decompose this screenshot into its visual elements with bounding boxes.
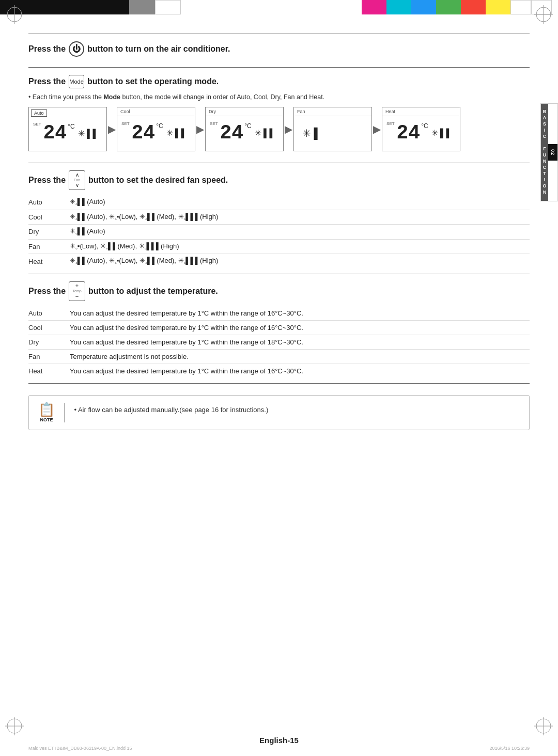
temp-mode-dry: Dry [28,335,70,349]
page-number: English-15 [259,736,299,745]
fan-speed-table: Auto ✳◦▌▌(Auto) Cool ✳◦▌▌(Auto), ✳◦▪(Low… [28,195,530,269]
side-tab-text: BASIC FUNCTION [542,109,547,196]
section-power: Press the ⏻ button to turn on the air co… [28,34,530,67]
temp-button-icon: + Temp − [69,281,85,301]
temp-desc-auto: You can adjust the desired temperature b… [70,306,530,321]
temp-mode-fan: Fan [28,349,70,364]
temp-heat: 24 [397,123,421,143]
reg-mark-bl [5,717,24,735]
fan-icon-auto: ✳ ▌▌ [78,129,99,138]
temp-row-cool: Cool You can adjust the desired temperat… [28,320,530,335]
temp-desc-fan: Temperature adjustment is not possible. [70,349,530,364]
press-the-temp-pre: Press the [28,287,66,296]
mode-label-heat: Heat [382,107,460,116]
fan-row-cool: Cool ✳◦▌▌(Auto), ✳◦▪(Low), ✳◦▌▌(Med), ✳◦… [28,210,530,225]
fan-row-heat: Heat ✳◦▌▌(Auto), ✳◦▪(Low), ✳◦▌▌(Med), ✳◦… [28,254,530,269]
temp-section-text: button to adjust the temperature. [88,287,218,296]
note-text: • Air flow can be adjusted manually.(see… [74,405,269,416]
mode-section-title: Press the Mode button to set the operati… [28,75,530,88]
fan-speed-heat: ✳◦▌▌(Auto), ✳◦▪(Low), ✳◦▌▌(Med), ✳◦▌▌▌(H… [70,254,530,269]
mode-box-dry: Dry SET 24 °C ✳ ▌▌ [205,107,284,151]
temp-desc-cool: You can adjust the desired temperature b… [70,320,530,335]
power-section-title: Press the ⏻ button to turn on the air co… [28,41,530,57]
temp-cool: 24 [132,123,156,143]
fan-mode-fan: Fan [28,239,70,254]
mode-label-fan: Fan [294,107,371,116]
fan-mode-cool: Cool [28,210,70,225]
unit-cool: °C [156,122,163,130]
fan-button-icon: ∧ Fan ∨ [69,170,85,190]
note-icon: 📋 [38,403,55,416]
mode-label-auto: Auto [31,109,47,117]
power-section-text: button to turn on the air conditioner. [87,44,230,54]
mode-display-body-dry: SET 24 °C ✳ ▌▌ [206,116,283,151]
press-the-label: Press the [28,44,66,54]
temp-mode-auto: Auto [28,306,70,321]
fan-row-dry: Dry ✳◦▌▌(Auto) [28,225,530,240]
mode-display-body-cool: SET 24 °C ✳ ▌▌ [117,116,195,151]
set-label-cool: SET [121,121,130,126]
section-fan: Press the ∧ Fan ∨ button to set the desi… [28,163,530,274]
temp-desc-dry: You can adjust the desired temperature b… [70,335,530,349]
temp-mode-cool: Cool [28,320,70,335]
fan-icon-dry: ✳ ▌▌ [255,128,275,138]
fan-mode-dry: Dry [28,225,70,240]
fan-section-title: Press the ∧ Fan ∨ button to set the desi… [28,170,530,190]
fan-icon-cool: ✳ ▌▌ [166,128,187,138]
fan-icon-fan: ✳ ▌ [302,127,321,139]
power-button-icon: ⏻ [69,41,84,57]
unit-auto: °C [68,123,74,130]
side-tab-number: 02 [548,144,557,161]
reg-mark-tl [5,5,24,24]
mode-box-auto: Auto SET 24 °C ✳ ▌▌ [28,107,107,151]
fan-speed-fan: ✳◦▪(Low), ✳◦▌▌(Med), ✳◦▌▌▌(High) [70,239,530,254]
mode-subtitle: • Each time you press the Mode button, t… [28,93,530,101]
fan-mode-heat: Heat [28,254,70,269]
press-the-fan-pre: Press the [28,176,66,185]
fan-speed-auto: ✳◦▌▌(Auto) [70,195,530,210]
temp-section-title: Press the + Temp − button to adjust the … [28,281,530,301]
note-box: 📋 NOTE • Air flow can be adjusted manual… [28,395,530,430]
set-label-heat: SET [386,121,395,126]
fan-speed-dry: ✳◦▌▌(Auto) [70,225,530,240]
temp-auto: 24 [43,123,67,143]
note-divider [64,403,65,422]
arrow-1: ▶ [108,123,116,135]
mode-display-body-heat: SET 24 °C ✳ ▌▌ [382,116,460,151]
reg-mark-tr [534,5,553,24]
arrow-4: ▶ [373,123,381,135]
temp-dry: 24 [220,123,244,143]
unit-heat: °C [421,122,428,130]
section-temp: Press the + Temp − button to adjust the … [28,274,530,384]
footer-right: 2016/5/16 10:26:39 [489,746,530,751]
footer-left: Maldives ET IB&IM_DB68-06219A-00_EN.indd… [28,746,132,751]
mode-box-heat: Heat SET 24 °C ✳ ▌▌ [382,107,460,151]
temp-row-fan: Fan Temperature adjustment is not possib… [28,349,530,364]
temp-row-dry: Dry You can adjust the desired temperatu… [28,335,530,349]
fan-row-fan: Fan ✳◦▪(Low), ✳◦▌▌(Med), ✳◦▌▌▌(High) [28,239,530,254]
note-icon-container: 📋 NOTE [38,403,55,422]
side-tab: 02 BASIC FUNCTION [540,103,558,201]
mode-display-body-fan: ✳ ▌ [294,116,371,151]
mode-section-text: button to set the operating mode. [87,77,219,86]
temp-row-heat: Heat You can adjust the desired temperat… [28,364,530,378]
mode-box-fan: Fan ✳ ▌ [293,107,372,151]
set-label-auto: SET [33,122,41,127]
fan-section-text: button to set the desired fan speed. [88,176,228,185]
unit-dry: °C [244,122,251,130]
fan-row-auto: Auto ✳◦▌▌(Auto) [28,195,530,210]
press-the-mode-pre: Press the [28,77,66,86]
temp-mode-heat: Heat [28,364,70,378]
set-label-dry: SET [210,121,218,126]
temp-desc-heat: You can adjust the desired temperature b… [70,364,530,378]
fan-mode-auto: Auto [28,195,70,210]
temperature-table: Auto You can adjust the desired temperat… [28,306,530,378]
note-label: NOTE [40,417,53,422]
mode-displays: Auto SET 24 °C ✳ ▌▌ ▶ Cool SET 24 °C ✳ ▌… [28,107,530,151]
mode-label-cool: Cool [117,107,195,116]
fan-speed-cool: ✳◦▌▌(Auto), ✳◦▪(Low), ✳◦▌▌(Med), ✳◦▌▌▌(H… [70,210,530,225]
fan-icon-heat: ✳ ▌▌ [431,128,452,138]
temp-row-auto: Auto You can adjust the desired temperat… [28,306,530,321]
mode-button-icon: Mode [69,75,84,88]
section-mode: Press the Mode button to set the operati… [28,67,530,163]
